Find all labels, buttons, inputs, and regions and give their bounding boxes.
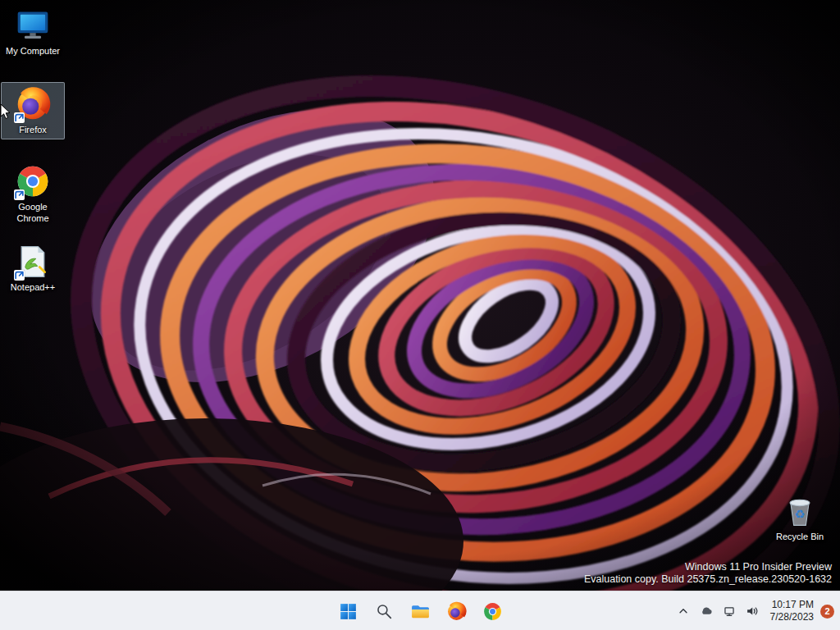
watermark-line2: Evaluation copy. Build 25375.zn_release.… xyxy=(584,573,832,586)
mouse-cursor xyxy=(0,103,11,120)
desktop-icon-label: Recycle Bin xyxy=(776,532,824,543)
notification-badge[interactable]: 2 xyxy=(820,605,834,619)
clock-time: 10:17 PM xyxy=(770,599,814,611)
network-icon xyxy=(722,604,737,619)
chrome-taskbar-button[interactable] xyxy=(476,595,509,628)
my-computer-icon xyxy=(15,7,51,43)
firefox-icon xyxy=(446,601,467,622)
desktop-wallpaper xyxy=(0,0,840,591)
shortcut-arrow-icon xyxy=(14,112,25,123)
cloud-icon xyxy=(699,604,714,619)
desktop-icon-recycle-bin[interactable]: Recycle Bin xyxy=(768,489,832,546)
taskbar-clock[interactable]: 10:17 PM 7/28/2023 xyxy=(770,599,814,623)
desktop-icon-notepadpp[interactable]: Notepad++ xyxy=(1,240,65,297)
desktop-icon-my-computer[interactable]: My Computer xyxy=(1,3,65,61)
recycle-bin-icon xyxy=(782,493,818,529)
volume-tray-button[interactable] xyxy=(741,596,764,626)
start-icon xyxy=(338,601,358,622)
firefox-icon xyxy=(15,86,51,122)
desktop-icon-google-chrome[interactable]: Google Chrome xyxy=(1,159,65,228)
chevron-up-icon xyxy=(676,604,691,619)
taskbar-center-icons xyxy=(331,595,509,628)
chrome-icon xyxy=(482,601,503,622)
shortcut-arrow-icon xyxy=(14,270,25,281)
start-button[interactable] xyxy=(331,595,364,628)
evaluation-watermark: Windows 11 Pro Insider Preview Evaluatio… xyxy=(584,561,832,585)
chrome-icon xyxy=(15,163,51,199)
search-button[interactable] xyxy=(368,595,400,628)
firefox-taskbar-button[interactable] xyxy=(440,595,472,628)
search-icon xyxy=(374,601,395,622)
system-tray: 10:17 PM 7/28/2023 2 xyxy=(672,591,837,630)
hidden-icons-button[interactable] xyxy=(672,596,695,626)
cloud-tray-button[interactable] xyxy=(695,596,718,626)
shortcut-arrow-icon xyxy=(14,189,25,200)
taskbar: 10:17 PM 7/28/2023 2 xyxy=(0,591,840,630)
desktop-icon-label: My Computer xyxy=(6,46,60,57)
file-explorer-icon xyxy=(410,601,431,622)
file-explorer-button[interactable] xyxy=(404,595,436,628)
watermark-line1: Windows 11 Pro Insider Preview xyxy=(584,561,832,573)
clock-date: 7/28/2023 xyxy=(770,611,814,623)
network-tray-button[interactable] xyxy=(718,596,741,626)
notepadpp-icon xyxy=(15,244,51,280)
desktop[interactable]: My Computer Firefox Google Chrome Notepa… xyxy=(0,0,840,591)
volume-icon xyxy=(745,604,760,619)
